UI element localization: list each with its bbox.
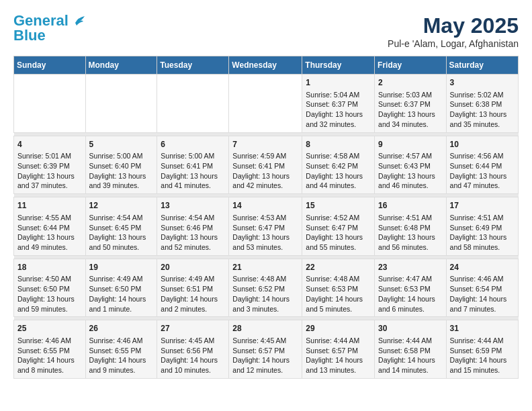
day-info: Sunrise: 4:46 AM [17, 336, 82, 346]
day-info: Daylight: 14 hours and 12 minutes. [232, 355, 298, 375]
day-info: Daylight: 13 hours and 50 minutes. [89, 232, 154, 252]
calendar-week-row: 4Sunrise: 5:01 AMSunset: 6:39 PMDaylight… [14, 136, 519, 194]
day-info: Sunset: 6:45 PM [89, 223, 154, 233]
calendar-cell: 6Sunrise: 5:00 AMSunset: 6:41 PMDaylight… [157, 136, 229, 194]
day-number: 11 [17, 200, 82, 212]
calendar-cell: 21Sunrise: 4:48 AMSunset: 6:52 PMDayligh… [229, 259, 302, 317]
day-info: Daylight: 13 hours and 35 minutes. [450, 109, 515, 129]
day-number: 1 [306, 77, 371, 89]
day-info: Sunrise: 4:53 AM [232, 213, 298, 223]
calendar-cell: 5Sunrise: 5:00 AMSunset: 6:40 PMDaylight… [85, 136, 157, 194]
day-info: Daylight: 13 hours and 56 minutes. [378, 232, 443, 252]
day-info: Sunrise: 4:46 AM [89, 336, 154, 346]
day-number: 20 [161, 262, 225, 273]
calendar-cell: 24Sunrise: 4:46 AMSunset: 6:54 PMDayligh… [446, 259, 518, 317]
day-number: 5 [89, 139, 154, 150]
day-number: 4 [17, 139, 82, 150]
day-info: Sunrise: 4:45 AM [161, 336, 225, 346]
day-number: 13 [161, 200, 225, 212]
day-number: 9 [378, 139, 443, 150]
day-number: 29 [306, 323, 371, 334]
calendar-cell: 20Sunrise: 4:49 AMSunset: 6:51 PMDayligh… [157, 259, 229, 317]
day-info: Sunset: 6:50 PM [17, 284, 82, 294]
day-info: Daylight: 13 hours and 55 minutes. [306, 232, 371, 252]
calendar-week-row: 1Sunrise: 5:04 AMSunset: 6:37 PMDaylight… [14, 75, 519, 133]
day-info: Sunrise: 5:01 AM [17, 151, 82, 161]
day-info: Sunrise: 4:54 AM [161, 213, 225, 223]
day-info: Daylight: 14 hours and 14 minutes. [378, 355, 443, 375]
day-info: Sunset: 6:38 PM [450, 99, 515, 109]
day-info: Daylight: 14 hours and 3 minutes. [232, 294, 298, 314]
day-info: Daylight: 13 hours and 58 minutes. [450, 232, 515, 252]
day-info: Sunset: 6:49 PM [450, 223, 515, 233]
day-info: Sunset: 6:59 PM [450, 346, 515, 356]
calendar-cell: 3Sunrise: 5:02 AMSunset: 6:38 PMDaylight… [446, 75, 518, 133]
day-info: Sunrise: 4:47 AM [378, 274, 443, 284]
calendar-cell: 23Sunrise: 4:47 AMSunset: 6:53 PMDayligh… [375, 259, 447, 317]
day-info: Sunrise: 5:04 AM [306, 90, 371, 100]
day-info: Sunrise: 4:45 AM [232, 336, 298, 346]
calendar-header-row: SundayMondayTuesdayWednesdayThursdayFrid… [14, 56, 519, 75]
day-info: Sunrise: 4:58 AM [306, 151, 371, 161]
day-number: 3 [450, 77, 515, 89]
day-info: Sunrise: 4:54 AM [89, 213, 154, 223]
day-info: Sunrise: 4:49 AM [89, 274, 154, 284]
header-saturday: Saturday [446, 56, 518, 75]
logo-bird-icon [70, 16, 85, 28]
header-sunday: Sunday [14, 56, 86, 75]
calendar-cell: 11Sunrise: 4:55 AMSunset: 6:44 PMDayligh… [14, 197, 86, 256]
day-info: Sunset: 6:39 PM [17, 161, 82, 171]
day-number: 26 [89, 323, 154, 334]
day-info: Sunset: 6:53 PM [378, 284, 443, 294]
day-info: Sunrise: 4:52 AM [306, 213, 371, 223]
day-number: 8 [306, 139, 371, 150]
day-number: 7 [232, 139, 298, 150]
day-info: Daylight: 13 hours and 37 minutes. [17, 171, 82, 191]
day-info: Daylight: 13 hours and 59 minutes. [17, 294, 82, 314]
location-title: Pul-e 'Alam, Logar, Afghanistan [388, 38, 519, 49]
calendar-cell: 13Sunrise: 4:54 AMSunset: 6:46 PMDayligh… [157, 197, 229, 256]
calendar-cell: 4Sunrise: 5:01 AMSunset: 6:39 PMDaylight… [14, 136, 86, 194]
calendar-cell: 18Sunrise: 4:50 AMSunset: 6:50 PMDayligh… [14, 259, 86, 317]
calendar-table: SundayMondayTuesdayWednesdayThursdayFrid… [13, 56, 519, 379]
day-number: 12 [89, 200, 154, 212]
day-info: Sunset: 6:51 PM [161, 284, 225, 294]
day-info: Daylight: 13 hours and 46 minutes. [378, 171, 443, 191]
calendar-cell: 15Sunrise: 4:52 AMSunset: 6:47 PMDayligh… [302, 197, 375, 256]
day-info: Daylight: 13 hours and 41 minutes. [161, 171, 225, 191]
day-number: 24 [450, 262, 515, 273]
day-info: Sunset: 6:54 PM [450, 284, 515, 294]
calendar-cell: 19Sunrise: 4:49 AMSunset: 6:50 PMDayligh… [85, 259, 157, 317]
day-info: Sunset: 6:43 PM [378, 161, 443, 171]
day-info: Sunset: 6:56 PM [161, 346, 225, 356]
day-info: Sunrise: 5:03 AM [378, 90, 443, 100]
calendar-cell: 31Sunrise: 4:44 AMSunset: 6:59 PMDayligh… [446, 320, 518, 379]
day-number: 19 [89, 262, 154, 273]
day-info: Daylight: 13 hours and 34 minutes. [378, 109, 443, 129]
calendar-cell: 14Sunrise: 4:53 AMSunset: 6:47 PMDayligh… [229, 197, 302, 256]
day-info: Sunrise: 4:56 AM [450, 151, 515, 161]
day-info: Sunset: 6:47 PM [306, 223, 371, 233]
day-info: Sunrise: 4:50 AM [17, 274, 82, 284]
day-info: Daylight: 13 hours and 47 minutes. [450, 171, 515, 191]
day-number: 27 [161, 323, 225, 334]
calendar-cell: 1Sunrise: 5:04 AMSunset: 6:37 PMDaylight… [302, 75, 375, 133]
calendar-cell: 29Sunrise: 4:44 AMSunset: 6:57 PMDayligh… [302, 320, 375, 379]
calendar-cell: 22Sunrise: 4:48 AMSunset: 6:53 PMDayligh… [302, 259, 375, 317]
calendar-cell: 7Sunrise: 4:59 AMSunset: 6:41 PMDaylight… [229, 136, 302, 194]
day-info: Sunrise: 5:00 AM [89, 151, 154, 161]
day-info: Daylight: 14 hours and 15 minutes. [450, 355, 515, 375]
day-number: 18 [17, 262, 82, 273]
day-info: Daylight: 14 hours and 5 minutes. [306, 294, 371, 314]
day-info: Sunrise: 4:55 AM [17, 213, 82, 223]
calendar-cell: 27Sunrise: 4:45 AMSunset: 6:56 PMDayligh… [157, 320, 229, 379]
day-info: Sunrise: 4:44 AM [450, 336, 515, 346]
day-info: Sunset: 6:40 PM [89, 161, 154, 171]
day-info: Sunset: 6:52 PM [232, 284, 298, 294]
day-info: Daylight: 13 hours and 42 minutes. [232, 171, 298, 191]
day-info: Sunset: 6:41 PM [232, 161, 298, 171]
header-thursday: Thursday [302, 56, 375, 75]
day-info: Daylight: 14 hours and 8 minutes. [17, 355, 82, 375]
day-info: Sunrise: 4:51 AM [450, 213, 515, 223]
day-info: Sunrise: 4:46 AM [450, 274, 515, 284]
